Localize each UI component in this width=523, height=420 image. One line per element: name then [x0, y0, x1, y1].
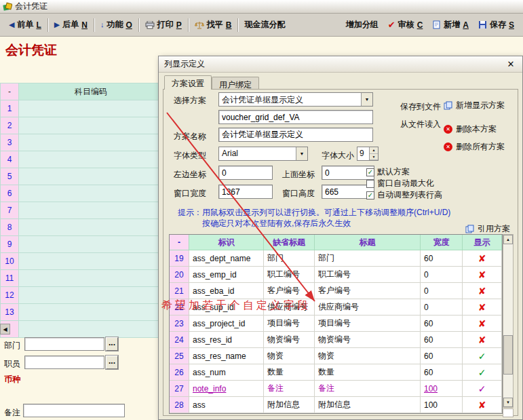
checkbox-icon[interactable] [366, 180, 374, 188]
table-row[interactable]: 20 ass_emp_id 职工编号 职工编号 0 ✘ [170, 267, 502, 283]
chevron-down-icon[interactable]: ▼ [361, 93, 372, 106]
grid-row[interactable]: 4 [0, 151, 163, 168]
row-number[interactable]: 5 [0, 168, 19, 185]
functions-button[interactable]: ↓ 功能O [96, 17, 137, 33]
balance-button[interactable]: 找平B [190, 17, 237, 33]
scheme-select[interactable]: 会计凭证单据显示定义 ▼ [218, 92, 373, 107]
visible-mark-icon[interactable]: ✓ [463, 364, 502, 381]
audit-button[interactable]: ✔ 审核C [383, 17, 428, 33]
subject-code-cell[interactable] [19, 168, 163, 185]
visible-mark-icon[interactable]: ✘ [463, 332, 502, 348]
grid-row[interactable]: 10 [0, 253, 163, 270]
column-identifier[interactable]: ass_res_name [189, 348, 264, 364]
new-voucher-button[interactable]: 新增A [427, 17, 473, 33]
font-type-select[interactable]: Arial ▼ [218, 147, 308, 161]
left-coord-input[interactable] [218, 166, 273, 180]
staff-input[interactable] [24, 356, 104, 369]
auto-row-height-checkbox[interactable]: ✓ 自动调整列表行高 [366, 189, 442, 201]
save-to-file-button[interactable]: 保存到文件 [400, 101, 441, 113]
row-number[interactable]: 25 [170, 348, 189, 364]
column-identifier[interactable]: ass_emp_id [189, 267, 264, 283]
table-row[interactable]: 27 note_info 备注 备注 100 ✓ [170, 381, 502, 397]
grid-row[interactable]: 2 [0, 117, 163, 134]
table-row[interactable]: 28 ass 附加信息 附加信息 100 ✘ [170, 397, 502, 413]
next-voucher-button[interactable]: ▶ 后单N [50, 17, 92, 33]
column-title[interactable]: 客户编号 [315, 283, 421, 299]
scroll-up-icon[interactable]: ▲ [503, 235, 513, 244]
staff-picker-button[interactable]: ... [106, 356, 118, 369]
column-identifier[interactable]: ass_res_id [189, 332, 264, 348]
delete-scheme-button[interactable]: ✕ 删除本方案 [444, 123, 497, 135]
table-row[interactable]: 25 ass_res_name 物资 物资 60 ✓ [170, 348, 502, 364]
table-row[interactable]: 26 ass_num 数量 数量 60 ✓ [170, 364, 502, 381]
column-identifier[interactable]: ass_sup_id [189, 299, 264, 316]
column-width[interactable]: 60 [421, 348, 463, 364]
subject-code-cell[interactable] [19, 236, 163, 253]
grid-row[interactable]: 8 [0, 219, 163, 236]
scroll-down-icon[interactable]: ▼ [503, 398, 513, 407]
font-size-stepper[interactable]: 9 ▲ ▼ [357, 147, 379, 161]
row-number[interactable]: 3 [0, 134, 19, 151]
column-title[interactable]: 物资编号 [315, 332, 421, 348]
column-identifier[interactable]: note_info [189, 381, 264, 397]
table-row[interactable]: 23 ass_project_id 项目编号 项目编号 60 ✘ [170, 316, 502, 332]
row-number[interactable]: 20 [170, 267, 189, 283]
grid-row[interactable]: 7 [0, 202, 163, 219]
subject-code-cell[interactable] [19, 287, 163, 304]
row-number[interactable]: 1 [0, 100, 19, 117]
column-width[interactable]: 0 [421, 267, 463, 283]
row-number[interactable]: 19 [170, 250, 189, 267]
column-default-title[interactable]: 职工编号 [264, 267, 315, 283]
row-number[interactable]: 22 [170, 299, 189, 316]
column-width[interactable]: 60 [421, 332, 463, 348]
table-row[interactable]: 22 ass_sup_id 供应商编号 供应商编号 0 ✘ [170, 299, 502, 316]
cashflow-button[interactable]: 现金流分配 [239, 17, 290, 33]
checkbox-icon[interactable]: ✓ [366, 168, 374, 176]
column-identifier[interactable]: ass_project_id [189, 316, 264, 332]
tab-user-binding[interactable]: 用户绑定 [212, 77, 259, 90]
column-title[interactable]: 数量 [315, 364, 421, 381]
grid-row[interactable]: 9 [0, 236, 163, 253]
column-width[interactable]: 60 [421, 316, 463, 332]
row-number[interactable]: 9 [0, 236, 19, 253]
column-width[interactable]: 100 [421, 381, 463, 397]
subject-code-cell[interactable] [19, 219, 163, 236]
window-width-input[interactable] [218, 185, 273, 199]
column-title[interactable]: 项目编号 [315, 316, 421, 332]
column-width[interactable]: 0 [421, 299, 463, 316]
row-number[interactable]: 10 [0, 253, 19, 270]
scheme-name-input[interactable] [218, 128, 373, 142]
row-number[interactable]: 7 [0, 202, 19, 219]
column-width[interactable]: 100 [421, 397, 463, 413]
row-number[interactable]: 6 [0, 185, 19, 202]
column-title[interactable]: 供应商编号 [315, 299, 421, 316]
note-input[interactable] [23, 404, 125, 417]
read-from-file-button[interactable]: 从文件读入 [400, 119, 441, 130]
row-number[interactable]: 11 [0, 270, 19, 287]
row-number[interactable]: 23 [170, 316, 189, 332]
subject-code-cell[interactable] [19, 202, 163, 219]
column-identifier[interactable]: ass [189, 397, 264, 413]
grid-row[interactable]: 5 [0, 168, 163, 185]
print-button[interactable]: 打印P [140, 17, 187, 33]
grid-row[interactable]: 12 [0, 287, 163, 304]
add-group-button[interactable]: 增加分组 [341, 17, 383, 33]
column-default-title[interactable]: 备注 [264, 381, 315, 397]
subject-code-cell[interactable] [19, 185, 163, 202]
visible-mark-icon[interactable]: ✘ [463, 283, 502, 299]
column-identifier[interactable]: ass_eba_id [189, 283, 264, 299]
row-number[interactable]: 4 [0, 151, 19, 168]
column-default-title[interactable]: 项目编号 [264, 316, 315, 332]
subject-code-cell[interactable] [19, 304, 163, 321]
spin-down-icon[interactable]: ▼ [370, 154, 378, 161]
column-title[interactable]: 职工编号 [315, 267, 421, 283]
row-number[interactable]: 12 [0, 287, 19, 304]
dept-picker-button[interactable]: ... [106, 337, 118, 351]
row-number[interactable]: 28 [170, 397, 189, 413]
column-width[interactable]: 0 [421, 283, 463, 299]
column-width[interactable]: 60 [421, 250, 463, 267]
close-icon[interactable]: ✕ [505, 58, 517, 71]
row-number[interactable]: 2 [0, 117, 19, 134]
delete-all-schemes-button[interactable]: ✕ 删除所有方案 [444, 141, 505, 153]
default-scheme-checkbox[interactable]: ✓ 默认方案 [366, 166, 410, 178]
